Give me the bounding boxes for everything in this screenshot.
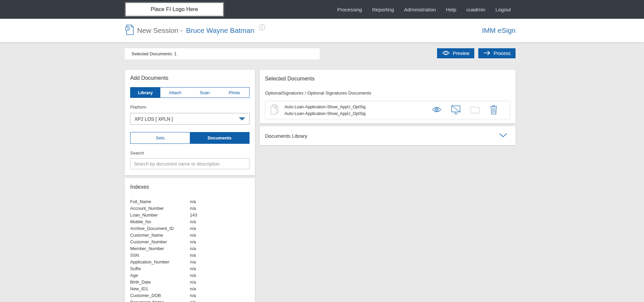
action-buttons: Preview Process — [437, 48, 516, 58]
index-value: n/a — [190, 246, 196, 251]
index-row: Customer_DOB n/a — [130, 292, 250, 299]
platform-label: Platform — [130, 105, 250, 110]
menu-item-help[interactable]: Help — [446, 7, 457, 12]
index-value: n/a — [190, 259, 196, 264]
index-row: Full_Name n/a — [130, 198, 250, 205]
index-value: n/a — [190, 293, 196, 298]
documents-library-panel[interactable]: Documents Library — [260, 126, 516, 145]
selected-document-row: Auto-Loan-Application-Show_AppU_OptSig A… — [265, 101, 510, 119]
index-value: n/a — [190, 253, 196, 258]
delete-document-button[interactable] — [490, 105, 498, 116]
menu-item-logout[interactable]: Logout — [495, 7, 511, 12]
document-name: Auto-Loan-Application-Show_AppU_OptSig — [284, 104, 366, 110]
main-menu: Processing Reporting Administration Help… — [337, 7, 516, 12]
add-documents-panel: Add Documents Library Attach Scan Photo … — [125, 70, 255, 175]
in-person-signing-monitor-button[interactable] — [451, 105, 461, 115]
preview-button-label: Preview — [453, 51, 470, 56]
index-row: Application_Number n/a — [130, 258, 250, 265]
index-value: n/a — [190, 273, 196, 278]
view-document-button[interactable] — [432, 107, 441, 114]
session-label: New Session - — [137, 26, 182, 35]
selected-documents-summary: Selected Documents: 1 — [125, 48, 320, 59]
index-label: Customer_Name — [130, 233, 190, 238]
session-toolbar: Selected Documents: 1 Preview — [125, 48, 516, 59]
indexes-list: Full_Name n/a Account_Number n/a Loan_Nu… — [130, 198, 250, 302]
top-navbar: Place FI Logo Here Processing Reporting … — [0, 0, 644, 19]
menu-item-reporting[interactable]: Reporting — [372, 7, 394, 12]
menu-item-administration[interactable]: Administration — [404, 7, 436, 12]
index-label: Customer_Number — [130, 239, 190, 244]
trash-icon — [490, 105, 498, 116]
tab-attach[interactable]: Attach — [160, 87, 190, 98]
index-label: Account_Number — [130, 206, 190, 211]
document-text: Auto-Loan-Application-Show_AppU_OptSig A… — [284, 104, 366, 117]
toggle-documents[interactable]: Documents — [190, 132, 249, 143]
index-label: Application_Number — [130, 259, 190, 264]
index-row: New_ID1 n/a — [130, 285, 250, 292]
folder-button[interactable] — [470, 106, 480, 115]
index-value: n/a — [190, 300, 196, 302]
index-label: Birth_Date — [130, 280, 190, 285]
index-value: 143 — [190, 213, 197, 218]
info-icon[interactable]: i — [259, 24, 265, 31]
session-user-link[interactable]: Bruce Wayne Batman — [186, 26, 254, 35]
indexes-panel: Indexes Full_Name n/a Account_Number n/a… — [125, 178, 255, 302]
document-description: Auto-Loan-Application-Show_AppU_OptSig — [284, 110, 366, 117]
index-label: New_ID1 — [130, 286, 190, 291]
document-pages-icon — [269, 104, 278, 116]
toggle-sets[interactable]: Sets — [130, 132, 190, 143]
index-value: n/a — [190, 199, 196, 204]
search-label: Search — [130, 150, 250, 156]
monitor-slash-icon — [451, 105, 461, 115]
fi-logo-text: Place FI Logo Here — [151, 6, 198, 12]
index-value: n/a — [190, 266, 196, 271]
platform-dropdown-value: XP2 LOS [ XPLN ] — [135, 116, 173, 122]
index-row: Age n/a — [130, 272, 250, 279]
tab-library[interactable]: Library — [130, 87, 160, 98]
fi-logo-placeholder: Place FI Logo Here — [125, 2, 224, 17]
index-row: Archive_Document_ID n/a — [130, 225, 250, 232]
index-value: n/a — [190, 239, 196, 244]
eye-icon — [432, 107, 441, 114]
index-value: n/a — [190, 286, 196, 291]
tab-scan[interactable]: Scan — [190, 87, 220, 98]
index-row: Account_Number n/a — [130, 205, 250, 212]
index-row: Birth_Date n/a — [130, 279, 250, 285]
content-area: Selected Documents: 1 Preview — [0, 42, 644, 302]
indexes-title: Indexes — [130, 184, 250, 190]
index-row: Loan_Number 143 — [130, 212, 250, 218]
index-label: Full_Name — [130, 199, 190, 204]
platform-dropdown[interactable]: XP2 LOS [ XPLN ] — [130, 113, 250, 125]
sets-documents-toggle: Sets Documents — [130, 132, 250, 144]
index-label: Loan_Number — [130, 213, 190, 218]
index-label: Customer_DOB — [130, 293, 190, 298]
index-label: Age — [130, 273, 190, 278]
folder-icon — [470, 106, 480, 115]
document-group-heading: OptionalSignatures / Optional Signatures… — [265, 90, 510, 96]
selected-documents-panel: Selected Documents OptionalSignatures / … — [260, 70, 516, 123]
index-label: Archive_Document_ID — [130, 226, 190, 231]
chevron-down-icon[interactable] — [499, 133, 507, 139]
add-documents-tabs: Library Attach Scan Photo — [130, 87, 250, 98]
session-title: New Session - Bruce Wayne Batman i — [125, 24, 265, 37]
menu-item-user-cuadmin[interactable]: cuadmin — [466, 7, 485, 12]
index-label: Mobile_No — [130, 219, 190, 224]
menu-item-processing[interactable]: Processing — [337, 7, 362, 12]
preview-button[interactable]: Preview — [437, 48, 475, 58]
search-input[interactable] — [130, 158, 250, 169]
index-row: SSN n/a — [130, 252, 250, 258]
process-button-label: Process — [493, 51, 511, 56]
add-documents-title: Add Documents — [130, 75, 250, 81]
chevron-down-icon — [239, 116, 245, 122]
eye-icon — [442, 51, 450, 56]
index-value: n/a — [190, 280, 196, 285]
tab-photo[interactable]: Photo — [220, 87, 250, 98]
document-actions — [432, 105, 498, 116]
index-label: Document_Name — [130, 300, 190, 302]
index-label: Suffix — [130, 266, 190, 271]
process-button[interactable]: Process — [478, 48, 516, 58]
index-row: Mobile_No n/a — [130, 218, 250, 225]
index-row: Customer_Number n/a — [130, 238, 250, 245]
index-value: n/a — [190, 206, 196, 211]
index-row: Document_Name n/a — [130, 299, 250, 302]
